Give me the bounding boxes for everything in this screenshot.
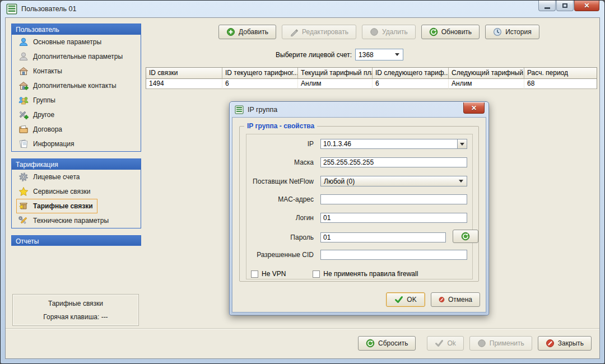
reset-button-label: Сбросить <box>378 339 408 347</box>
dialog-body: IP группа - свойства IP Маска <box>232 117 486 312</box>
sidebar-item-label: Тарифные связки <box>33 202 93 210</box>
ip-input[interactable] <box>320 139 457 149</box>
table-cell: Анлим <box>449 79 524 89</box>
user-gray-icon <box>18 51 29 62</box>
delete-button-label: Удалить <box>382 28 408 36</box>
edit-button[interactable]: Редактировать <box>282 25 356 39</box>
window-title: Пользователь 01 <box>21 5 77 13</box>
sidebar-item-label: Контакты <box>33 67 62 75</box>
column-header[interactable]: Расч. период <box>524 68 597 79</box>
cid-input[interactable] <box>320 250 467 260</box>
account-selector-row: Выберите лицевой счет: 1368 <box>146 49 597 60</box>
app-icon <box>6 3 17 15</box>
ip-field-row: IP <box>251 139 467 149</box>
user-blue-icon <box>18 36 29 48</box>
dialog-close-button[interactable]: ✕ <box>463 102 485 114</box>
sidebar-item-information[interactable]: Информация <box>12 137 141 151</box>
dialog-cancel-button[interactable]: Отмена <box>431 292 480 307</box>
people-group-icon <box>18 95 29 106</box>
sidebar-item-extra-contacts[interactable]: Дополнительные контакты <box>12 78 141 93</box>
sidebar-header-reports[interactable]: Отчеты <box>11 235 141 246</box>
chevron-down-icon <box>460 143 464 146</box>
sidebar-section-billing: Тарификация Лицевые счета Сервисные связ… <box>11 158 141 228</box>
history-button[interactable]: История <box>485 25 539 39</box>
close-icon: ✕ <box>584 2 589 9</box>
login-label: Логин <box>251 214 314 222</box>
folder-doc-icon <box>18 124 29 135</box>
refresh-icon <box>429 27 438 36</box>
sidebar-item-extra-params[interactable]: Дополнительные параметры <box>12 49 141 64</box>
ip-combobox <box>320 139 467 149</box>
table-cell: 68 <box>524 79 597 89</box>
login-input[interactable] <box>320 213 467 223</box>
mask-field-row: Маска <box>251 157 467 167</box>
sidebar: Пользователь Основные параметры Дополнит… <box>11 24 141 328</box>
footer-bar: Сбросить Ok Применить Закрыть <box>6 328 599 358</box>
sidebar-item-tariff-links[interactable]: Тарифные связки <box>12 199 141 213</box>
refresh-icon <box>461 232 470 241</box>
sidebar-item-label: Основные параметры <box>33 38 101 46</box>
groupbox-title: IP группа - свойства <box>244 122 317 130</box>
close-window-button[interactable]: Закрыть <box>538 336 592 351</box>
refresh-button[interactable]: Обновить <box>421 25 480 39</box>
account-combobox-value: 1368 <box>359 51 374 59</box>
not-vpn-checkbox[interactable] <box>251 270 258 278</box>
house-plus-icon <box>18 80 29 91</box>
sidebar-item-service-links[interactable]: Сервисные связки <box>12 184 141 199</box>
mac-field-row: MAC-адрес <box>251 194 467 204</box>
sidebar-item-groups[interactable]: Группы <box>12 93 141 108</box>
password-input[interactable] <box>320 232 446 242</box>
mac-label: MAC-адрес <box>251 195 314 203</box>
column-header[interactable]: Следующий тарифный... <box>449 68 524 79</box>
generate-password-button[interactable] <box>453 230 478 243</box>
gear-icon <box>18 171 29 183</box>
no-firewall-rules-checkbox[interactable] <box>313 270 320 278</box>
clock-icon <box>493 27 502 36</box>
dialog-app-icon <box>235 105 244 114</box>
mac-input[interactable] <box>320 194 467 204</box>
ok-button-footer[interactable]: Ok <box>427 336 463 351</box>
account-combobox[interactable]: 1368 <box>355 49 403 60</box>
reset-button[interactable]: Сбросить <box>358 336 416 351</box>
apply-button[interactable]: Применить <box>469 336 532 351</box>
sidebar-item-other[interactable]: Другое <box>12 108 141 122</box>
reset-refresh-icon <box>366 339 375 348</box>
sidebar-item-tech-params[interactable]: Технические параметры <box>12 213 141 228</box>
table-header-row: ID связки ID текущего тарифног... Текущи… <box>146 68 597 79</box>
mask-input[interactable] <box>320 157 467 167</box>
sidebar-item-accounts[interactable]: Лицевые счета <box>12 170 141 184</box>
sidebar-header-billing: Тарификация <box>12 159 141 170</box>
account-selector-label: Выберите лицевой счет: <box>276 51 352 59</box>
column-header[interactable]: ID следующего тариф... <box>373 68 449 79</box>
delete-button[interactable]: Удалить <box>362 25 416 39</box>
star-icon <box>18 186 29 197</box>
hotkey-info-box: Тарифные связки Горячая клавиша: --- <box>12 294 139 326</box>
minimize-button[interactable] <box>538 1 556 11</box>
pencil-icon <box>290 27 299 36</box>
add-button[interactable]: Добавить <box>218 25 276 39</box>
close-button[interactable]: ✕ <box>574 1 599 11</box>
column-header[interactable]: Текущий тарифный план <box>298 68 373 79</box>
dialog-cancel-label: Отмена <box>448 296 472 304</box>
sidebar-item-main-params[interactable]: Основные параметры <box>12 35 141 49</box>
fields-panel: IP Маска Поставщик NetFlow Любой ( <box>246 134 473 279</box>
sidebar-item-contacts[interactable]: Контакты <box>12 64 141 78</box>
dialog-buttons: OK Отмена <box>386 292 480 307</box>
dialog-title: IP группа <box>248 106 277 114</box>
dialog-ok-button[interactable]: OK <box>386 292 425 307</box>
check-gray-icon <box>435 339 444 348</box>
edit-button-label: Редактировать <box>302 28 348 36</box>
sidebar-item-label: Информация <box>33 140 74 148</box>
maximize-button[interactable] <box>556 1 574 11</box>
table-row[interactable]: 1494 6 Анлим 6 Анлим 68 <box>146 79 597 89</box>
ip-dropdown-button[interactable] <box>457 139 467 149</box>
sidebar-item-contracts[interactable]: Договора <box>12 122 141 137</box>
house-icon <box>18 66 29 77</box>
toolbar: Добавить Редактировать Удалить Обновить … <box>218 25 539 39</box>
add-icon <box>226 27 235 36</box>
table-cell: Анлим <box>298 79 373 89</box>
column-header[interactable]: ID связки <box>146 68 222 79</box>
apply-circle-icon <box>477 339 486 348</box>
column-header[interactable]: ID текущего тарифног... <box>222 68 298 79</box>
netflow-combobox[interactable]: Любой (0) <box>320 176 467 186</box>
